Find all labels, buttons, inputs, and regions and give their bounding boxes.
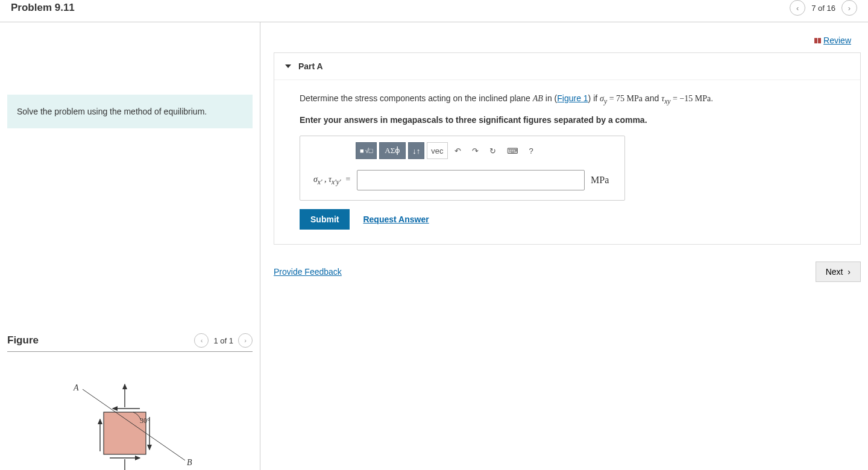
svg-text:30°: 30°	[140, 416, 150, 425]
keyboard-button[interactable]: ⌨	[503, 142, 523, 159]
top-bar: Problem 9.11 ‹ 7 of 16 ›	[0, 0, 868, 22]
pager-text: 7 of 16	[811, 4, 835, 13]
problem-title: Problem 9.11	[11, 2, 75, 14]
figure-section: Figure ‹ 1 of 1 ›	[7, 333, 253, 470]
svg-text:B: B	[187, 458, 192, 467]
next-button[interactable]: Next ›	[816, 262, 861, 282]
chevron-right-icon: ›	[845, 267, 851, 277]
part-header[interactable]: Part A	[274, 53, 860, 80]
figure-prev-button[interactable]: ‹	[194, 333, 209, 348]
provide-feedback-link[interactable]: Provide Feedback	[274, 267, 342, 277]
right-column: Review Part A Determine the stress compo…	[260, 22, 868, 470]
figure-nav: ‹ 1 of 1 ›	[194, 333, 253, 348]
next-problem-button[interactable]: ›	[841, 0, 857, 16]
undo-button[interactable]: ↶	[450, 142, 465, 159]
answer-instruction: Enter your answers in megapascals to thr…	[300, 115, 835, 125]
part-title: Part A	[298, 61, 323, 71]
svg-text:A: A	[73, 383, 79, 392]
review-icon	[814, 38, 821, 43]
help-button[interactable]: ?	[525, 142, 538, 159]
problem-statement: Determine the stress components acting o…	[300, 92, 835, 107]
instruction-box: Solve the problem using the method of eq…	[7, 95, 253, 128]
figure-link[interactable]: Figure 1	[557, 93, 588, 103]
part-a-panel: Part A Determine the stress components a…	[274, 52, 861, 245]
figure-pager: 1 of 1	[213, 336, 233, 345]
unit-label: MPa	[591, 175, 617, 186]
figure-next-button[interactable]: ›	[238, 333, 253, 348]
vec-button[interactable]: vec	[427, 142, 447, 159]
figure-image: A B 30°	[7, 370, 253, 470]
redo-button[interactable]: ↷	[468, 142, 483, 159]
answer-input[interactable]	[357, 170, 585, 190]
answer-box: ■√□ ΑΣϕ ↓↑ vec ↶ ↷ ↻ ⌨ ? σx′ , τx′y′ = M…	[300, 136, 625, 201]
caret-down-icon	[285, 64, 291, 68]
submit-button[interactable]: Submit	[300, 209, 350, 230]
figure-title: Figure	[7, 334, 39, 346]
review-link[interactable]: Review	[814, 36, 851, 45]
greek-button[interactable]: ΑΣϕ	[379, 142, 406, 159]
left-column: Solve the problem using the method of eq…	[0, 22, 260, 470]
subscript-button[interactable]: ↓↑	[408, 142, 424, 159]
equation-toolbar: ■√□ ΑΣϕ ↓↑ vec ↶ ↷ ↻ ⌨ ?	[300, 136, 624, 165]
variable-label: σx′ , τx′y′ =	[307, 175, 351, 186]
templates-button[interactable]: ■√□	[356, 142, 377, 159]
prev-problem-button[interactable]: ‹	[790, 0, 805, 16]
request-answer-link[interactable]: Request Answer	[363, 215, 429, 224]
reset-button[interactable]: ↻	[485, 142, 500, 159]
problem-pager: ‹ 7 of 16 ›	[790, 0, 857, 16]
